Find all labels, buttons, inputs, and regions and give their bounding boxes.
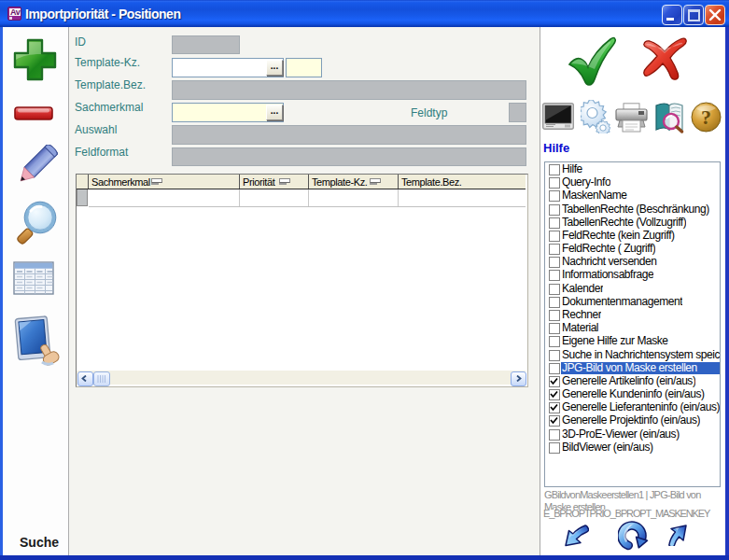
svg-text:?: ? <box>701 105 711 129</box>
